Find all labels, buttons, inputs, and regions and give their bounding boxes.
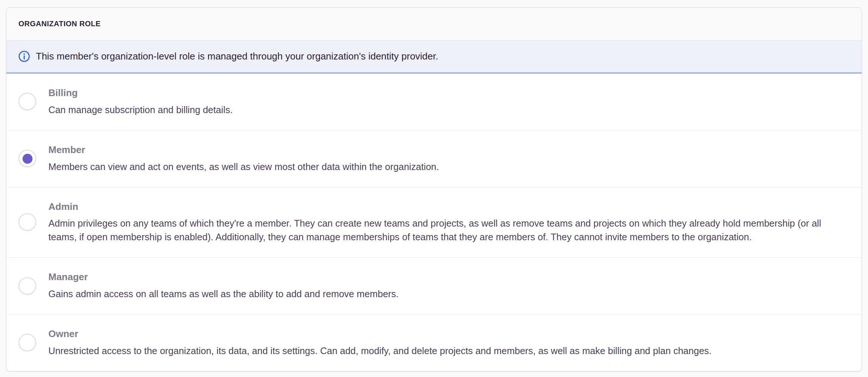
- role-texts: Admin Admin privileges on any teams of w…: [48, 201, 847, 244]
- role-option-row-member[interactable]: Member Members can view and act on event…: [6, 130, 862, 187]
- role-description: Members can view and act on events, as w…: [48, 160, 439, 174]
- role-description: Admin privileges on any teams of which t…: [48, 217, 847, 244]
- role-label: Admin: [48, 201, 847, 213]
- role-radio-button[interactable]: [18, 334, 36, 351]
- role-texts: Owner Unrestricted access to the organiz…: [48, 328, 711, 358]
- panel-title: ORGANIZATION ROLE: [18, 20, 101, 28]
- role-option-row-admin[interactable]: Admin Admin privileges on any teams of w…: [6, 187, 862, 258]
- radio-selected-dot: [23, 154, 33, 164]
- role-label: Manager: [48, 271, 399, 283]
- panel-header: ORGANIZATION ROLE: [6, 8, 862, 40]
- role-description: Gains admin access on all teams as well …: [48, 287, 399, 301]
- role-radio-button[interactable]: [18, 150, 36, 167]
- role-description: Can manage subscription and billing deta…: [48, 103, 233, 117]
- info-icon: [18, 51, 30, 62]
- role-texts: Member Members can view and act on event…: [48, 144, 439, 174]
- organization-role-panel: ORGANIZATION ROLE This member's organiza…: [6, 7, 862, 371]
- role-option-row-manager[interactable]: Manager Gains admin access on all teams …: [6, 258, 862, 315]
- idp-managed-info-banner: This member's organization-level role is…: [6, 40, 862, 74]
- role-options-list: Billing Can manage subscription and bill…: [6, 74, 862, 371]
- banner-message: This member's organization-level role is…: [36, 51, 438, 62]
- role-radio-button[interactable]: [18, 93, 36, 111]
- role-label: Billing: [48, 87, 233, 99]
- role-description: Unrestricted access to the organization,…: [48, 344, 711, 358]
- role-radio-button[interactable]: [18, 277, 36, 295]
- role-texts: Manager Gains admin access on all teams …: [48, 271, 399, 301]
- role-texts: Billing Can manage subscription and bill…: [48, 87, 233, 117]
- role-label: Owner: [48, 328, 711, 340]
- role-option-row-owner[interactable]: Owner Unrestricted access to the organiz…: [6, 315, 862, 371]
- role-option-row-billing[interactable]: Billing Can manage subscription and bill…: [6, 74, 862, 130]
- role-radio-button[interactable]: [18, 213, 36, 231]
- role-label: Member: [48, 144, 439, 156]
